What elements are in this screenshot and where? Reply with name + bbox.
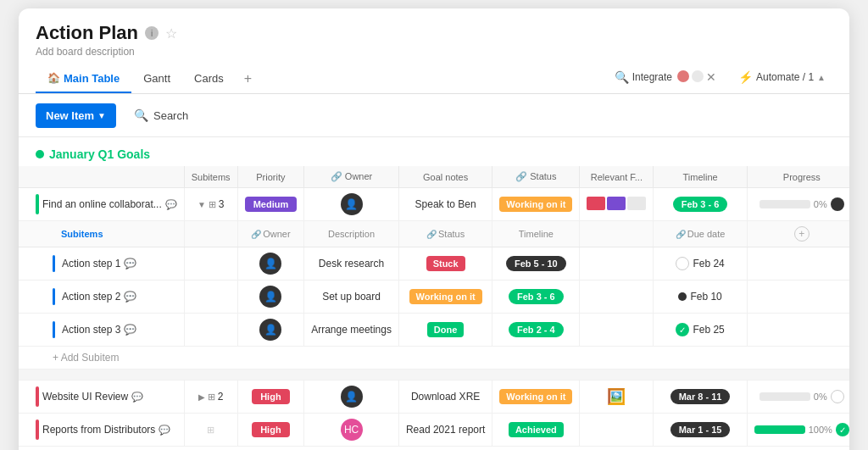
subitem-comment-icon[interactable]: 💬 [124,258,136,269]
col-timeline: Timeline [654,166,747,188]
item-bar [36,194,39,214]
subitem-bar [53,255,55,272]
table-row: Find an online collaborat... 💬 ▼ ⊞ 3 [19,188,849,221]
item-name-text: Reports from Distributors [42,424,155,436]
subitems-indicator[interactable]: ▼ ⊞ 3 [198,198,225,210]
subitem-due: ✓ Feb 25 [660,323,739,336]
main-card: Action Plan i ☆ Add board description 🏠 … [19,8,849,450]
item-owner: HC [304,414,399,447]
add-subitem-row: + Add Subitem [19,347,849,369]
subitem-name-cell: Action step 3 💬 [19,314,184,347]
item-progress: 100% ✓ [747,414,849,447]
tab-add[interactable]: + [236,64,260,93]
comment-icon[interactable]: 💬 [159,425,170,436]
item-relevant [580,188,654,221]
subitem-timeline-badge: Feb 5 - 10 [506,256,566,271]
progress-percent: 0% [814,199,827,209]
search-label: Search [153,109,188,122]
avatar-hc: HC [341,419,363,441]
item-subitems: ▼ ⊞ 3 [184,188,237,221]
progress-container: 100% ✓ [754,423,849,436]
add-column-button[interactable]: + [794,226,810,242]
priority-badge[interactable]: High [252,422,289,437]
search-box[interactable]: 🔍 Search [125,103,198,128]
subitem-status-badge[interactable]: Done [427,322,465,337]
tab-gantt[interactable]: Gantt [131,65,182,93]
item-owner: 👤 [304,188,399,221]
subitems-count: 2 [218,391,224,403]
progress-circle [831,390,844,403]
subitem-status-badge[interactable]: Stuck [426,256,465,271]
subitem-comment-icon[interactable]: 💬 [124,324,136,336]
subitem-name-cell: Action step 1 💬 [19,247,184,281]
progress-bar-bg [760,200,810,208]
add-item-cell: + Add Item [19,447,849,451]
header: Action Plan i ☆ Add board description 🏠 … [19,8,849,94]
add-subitem-button[interactable]: + Add Subitem [53,352,119,364]
progress-percent: 0% [814,392,827,402]
table-row: Action step 3 💬 👤 Arrange meetings Done … [19,314,849,347]
board-description[interactable]: Add board description [36,46,832,58]
sh-owner: 🔗Owner [237,221,304,247]
title-row: Action Plan i ☆ [36,22,832,44]
priority-badge[interactable]: Medium [245,197,298,212]
si-blank3 [747,247,849,281]
tabs-row: 🏠 Main Table Gantt Cards + 🔍 Integrate [36,64,832,93]
integrate-button[interactable]: 🔍 Integrate ✕ [608,67,723,87]
tab-main-table[interactable]: 🏠 Main Table [36,65,131,93]
si-timeline: Feb 3 - 6 [492,281,580,314]
subitems-icon: ⊞ [208,392,215,403]
item-name-cell: Reports from Distributors 💬 [19,414,184,447]
status-badge[interactable]: Achieved [509,422,564,437]
priority-badge[interactable]: High [252,389,289,404]
timeline-badge: Mar 1 - 15 [670,422,731,437]
status-link-icon: 🔗 [515,171,527,181]
tab-cards[interactable]: Cards [182,65,236,93]
automate-button[interactable]: ⚡ Automate / 1 ▲ [732,67,832,87]
col-progress: Progress [747,166,849,188]
subitems-indicator[interactable]: ▶ ⊞ 2 [198,391,224,403]
si-status: Working on it [398,281,492,314]
star-icon[interactable]: ☆ [165,25,177,42]
table-area: January Q1 Goals Subitems Priority 🔗 Own… [19,137,849,450]
avatar: 👤 [341,193,363,215]
subitem-name: Action step 3 💬 [53,321,177,338]
done-check: ✓ [836,423,849,436]
status-badge[interactable]: Working on it [499,389,572,404]
tab-main-table-label: Main Table [64,72,120,85]
col-owner: 🔗 Owner [304,166,399,188]
item-name-cell: Website UI Review 💬 [19,381,184,414]
timeline-badge: Mar 8 - 11 [670,389,731,404]
add-subitem-cell: + Add Subitem [19,347,849,369]
status-badge[interactable]: Working on it [499,197,572,212]
si-timeline: Feb 5 - 10 [492,247,580,281]
due-dot [678,292,687,301]
si-desc: Desk research [304,247,399,281]
add-item-row: + Add Item [19,447,849,451]
progress-bar-bg [754,425,805,434]
new-item-button[interactable]: New Item ▼ [36,103,116,128]
item-owner: 👤 [304,381,399,414]
item-progress: 0% [747,188,849,221]
si-blank3 [747,281,849,314]
subitem-status-badge[interactable]: Working on it [409,289,482,304]
subitem-comment-icon[interactable]: 💬 [124,291,136,303]
section-divider [19,369,849,381]
si-timeline: Feb 2 - 4 [492,314,580,347]
subitem-name: Action step 2 💬 [53,288,177,305]
subitems-header-row: Subitems 🔗Owner Description 🔗Status Time… [19,221,849,247]
chevron-up-icon: ▲ [817,73,826,82]
done-check: ✓ [676,323,689,336]
sh-add: + [747,221,849,247]
subitem-name-cell: Action step 2 💬 [19,281,184,314]
col-priority: Priority [237,166,304,188]
comment-icon[interactable]: 💬 [131,392,143,403]
si-owner: 👤 [237,247,304,281]
progress-bar-fill [754,425,805,434]
item-status: Working on it [492,381,580,414]
swatch-gray [627,197,646,210]
comment-icon[interactable]: 💬 [165,199,177,210]
search-small-icon: 🔍 [615,70,629,84]
subitems-count: 3 [219,198,225,210]
info-icon[interactable]: i [145,26,159,40]
